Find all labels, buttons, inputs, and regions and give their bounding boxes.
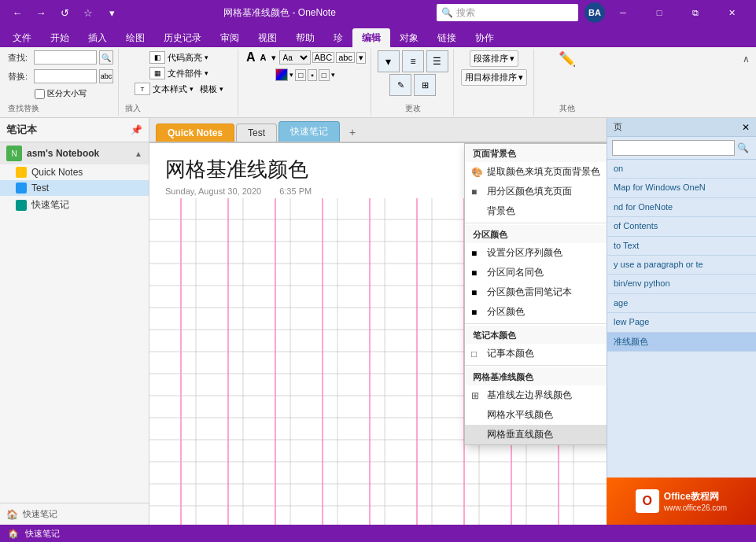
tab-link[interactable]: 链接 <box>428 28 466 47</box>
tab-insert[interactable]: 插入 <box>79 28 116 47</box>
para-sort-btn[interactable]: 段落排序▾ <box>470 50 518 67</box>
para-align-btn[interactable]: ≡ <box>402 50 424 72</box>
replace-btn[interactable]: abc <box>99 69 113 83</box>
sidebar-item-kuaisu[interactable]: 快速笔记 <box>0 196 149 214</box>
menu-notebook-color[interactable]: □ 记事本颜色 <box>465 344 607 363</box>
tab-help[interactable]: 帮助 <box>286 28 324 47</box>
tab-home[interactable]: 开始 <box>41 28 79 47</box>
pencil-btn[interactable]: ✏️ <box>559 50 576 68</box>
note-time: 6:35 PM <box>279 186 312 196</box>
right-panel-item-3[interactable]: nd for OneNote <box>607 198 756 217</box>
window-controls: ─ □ ⧉ ✕ <box>605 0 750 25</box>
edit-btn2[interactable]: ⊞ <box>414 74 436 96</box>
right-panel-item-9[interactable]: lew Page <box>607 313 756 332</box>
case-sensitive-checkbox[interactable] <box>35 89 45 99</box>
file-parts-btn[interactable]: ▦ 文件部件 ▾ <box>148 66 210 80</box>
tab-object[interactable]: 对象 <box>390 28 428 47</box>
avatar[interactable]: BA <box>585 2 605 23</box>
highlight-btn[interactable]: ▾ <box>378 50 400 72</box>
sidebar-item-quicknotes[interactable]: Quick Notes <box>0 164 149 180</box>
dropdown-btn[interactable]: ▾ <box>101 3 123 22</box>
border-btn3[interactable]: □ <box>319 69 330 81</box>
menu-same-name-color[interactable]: ■ 分区同名同色 <box>465 263 607 282</box>
todo-sort-btn[interactable]: 用目标排排序▾ <box>461 69 527 86</box>
sidebar-item-test[interactable]: Test <box>0 180 149 196</box>
tab-test[interactable]: Test <box>236 124 277 142</box>
tab-collab[interactable]: 协作 <box>466 28 503 47</box>
divider3 <box>465 365 607 366</box>
modify-label: 更改 <box>405 101 421 114</box>
notebook-name: asm's Notebook <box>27 148 130 159</box>
find-input[interactable] <box>34 50 97 65</box>
list-btn[interactable]: ☰ <box>426 50 448 72</box>
menu-left-border-color[interactable]: ⊞ 基准线左边界线颜色 <box>465 385 607 405</box>
quick-access-btn[interactable]: ☆ <box>77 3 99 22</box>
file-dropdown[interactable]: ▾ <box>205 69 208 77</box>
office-logo-bottom: www.office26.com <box>664 503 727 512</box>
menu-extract-color[interactable]: 🎨 提取颜色来填充页面背景色 › <box>465 162 607 182</box>
menu-section-color[interactable]: ■ 分区颜色 <box>465 302 607 322</box>
search-icon: 🔍 <box>441 7 453 18</box>
tab-draw[interactable]: 绘图 <box>116 28 154 47</box>
sidebar-bottom[interactable]: 🏠 快速笔记 <box>0 503 149 525</box>
right-panel-close[interactable]: ✕ <box>742 122 750 133</box>
menu-v-grid-color[interactable]: 网格垂直线颜色 <box>465 425 607 444</box>
maximize-btn[interactable]: □ <box>641 0 677 25</box>
back-btn[interactable]: ← <box>6 3 28 22</box>
tab-edit[interactable]: 编辑 <box>352 28 390 47</box>
font-small-btn[interactable]: A <box>259 53 268 62</box>
modify-row2: ✎ ⊞ <box>389 74 436 96</box>
right-search-input[interactable] <box>612 140 735 156</box>
right-panel-item-7[interactable]: bin/env python <box>607 275 756 293</box>
font-large-btn[interactable]: A <box>245 50 257 65</box>
undo-btn[interactable]: ↺ <box>53 3 76 22</box>
restore-btn[interactable]: ⧉ <box>677 0 714 25</box>
tab-view[interactable]: 视图 <box>249 28 286 47</box>
right-panel-item-2[interactable]: Map for Windows OneN <box>607 179 756 197</box>
menu-same-notebook-color[interactable]: ■ 分区颜色雷同笔记本 <box>465 282 607 302</box>
replace-row: 替换: abc <box>8 69 113 83</box>
right-panel-item-5[interactable]: to Text <box>607 237 756 256</box>
close-btn[interactable]: ✕ <box>714 0 750 25</box>
code-icon: ◧ <box>149 51 165 64</box>
border-btn2[interactable]: ▪ <box>308 69 317 81</box>
code-dropdown[interactable]: ▾ <box>205 53 208 61</box>
tab-quicknotes[interactable]: Quick Notes <box>156 124 234 142</box>
forward-btn[interactable]: → <box>30 3 52 22</box>
title-search[interactable]: 🔍 搜索 <box>437 4 578 21</box>
menu-fill-section-color[interactable]: ■ 用分区颜色填充页面 <box>465 182 607 201</box>
tab-history[interactable]: 历史记录 <box>154 28 211 47</box>
replace-input[interactable] <box>34 69 97 83</box>
pin-icon[interactable]: 📌 <box>131 124 142 135</box>
tab-file[interactable]: 文件 <box>3 28 41 47</box>
sidebar-header: 笔记本 📌 <box>0 118 149 142</box>
text-style-btn[interactable]: T 文本样式 ▾ <box>133 82 195 96</box>
right-search-icon[interactable]: 🔍 <box>735 142 751 153</box>
tab-add[interactable]: + <box>341 123 363 142</box>
right-panel-item-4[interactable]: of Contents <box>607 217 756 236</box>
menu-h-grid-color[interactable]: 网格水平线颜色 <box>465 405 607 425</box>
font-size-select[interactable]: Aa <box>279 50 311 65</box>
right-panel-item-1[interactable]: on <box>607 160 756 179</box>
find-search-btn[interactable]: 🔍 <box>99 50 113 65</box>
template-btn[interactable]: 模板 ▾ <box>198 83 225 96</box>
minimize-btn[interactable]: ─ <box>605 0 641 25</box>
tab-kuaisu[interactable]: 快速笔记 <box>278 121 340 142</box>
code-highlight-btn[interactable]: ◧ 代码高亮 ▾ <box>148 50 210 65</box>
notebook-header[interactable]: N asm's Notebook ▲ <box>0 142 149 164</box>
right-panel-item-8[interactable]: age <box>607 294 756 313</box>
border-btn1[interactable]: □ <box>295 69 306 81</box>
case-sensitive-row: 区分大小写 <box>35 88 87 99</box>
file-icon: ▦ <box>149 67 165 79</box>
ribbon-tabs: 文件 开始 插入 绘图 历史记录 审阅 视图 帮助 珍 编辑 对象 链接 协作 <box>0 25 756 47</box>
edit-btn1[interactable]: ✎ <box>389 74 411 96</box>
tab-zhen[interactable]: 珍 <box>324 28 352 47</box>
menu-bg-color[interactable]: 背景色 <box>465 201 607 221</box>
right-panel-item-10[interactable]: 准线颜色 <box>607 333 756 352</box>
tab-review[interactable]: 审阅 <box>211 28 249 47</box>
menu-set-section-color[interactable]: ■ 设置分区序列颜色 › <box>465 243 607 263</box>
ribbon-collapse-btn[interactable]: ∧ <box>739 49 753 116</box>
color-dropdown[interactable]: ▾ <box>289 71 293 79</box>
font-more-dropdown[interactable]: ▾ <box>331 71 335 79</box>
right-panel-item-6[interactable]: y use a paragraph or te <box>607 256 756 275</box>
